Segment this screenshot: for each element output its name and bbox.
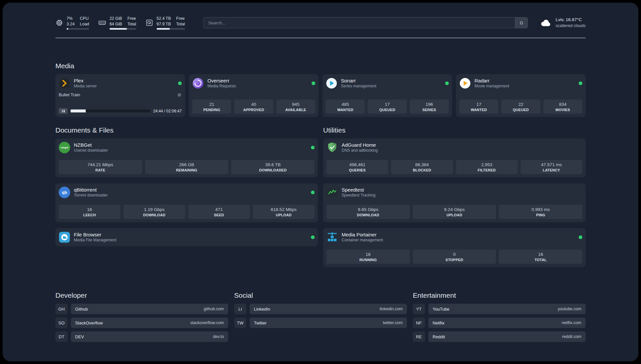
bookmark-youtube[interactable]: YT YouTube youtube.com: [413, 304, 586, 314]
bookmark-dev[interactable]: DT DEV dev.to: [55, 331, 228, 342]
bookmark-abbr: DT: [55, 331, 68, 342]
playback-progress-bar: [71, 109, 150, 112]
filebrowser-icon: [59, 231, 70, 243]
stat-download: 9.65 Gbps DOWNLOAD: [326, 205, 410, 219]
bookmark-github[interactable]: GH Github github.com: [55, 304, 228, 314]
qbittorrent-card[interactable]: qb qBittorrent Torrent downloader 16 LEE…: [55, 183, 318, 222]
weather-location: Lviv, 16.87°C: [556, 17, 586, 23]
status-dot: [579, 235, 582, 239]
developer-section: Developer GH Github github.com SO StackO…: [55, 291, 228, 342]
bookmark-stackoverflow[interactable]: SO StackOverflow stackoverflow.com: [55, 318, 228, 328]
bookmark-reddit[interactable]: RE Reddit reddit.com: [413, 331, 586, 342]
stat-upload: 618.52 Mbps UPLOAD: [253, 205, 315, 219]
bookmark-twitter[interactable]: TW Twitter twitter.com: [234, 318, 407, 328]
bookmark-abbr: LI: [234, 304, 246, 314]
nzbget-stats: 744.21 Mbps RATE 266 GB REMAINING 39.6 T…: [59, 160, 315, 174]
stat-movies: 834 MOVIES: [543, 100, 582, 114]
search-provider-button[interactable]: G: [515, 17, 528, 28]
memory-progress-bar: [109, 28, 136, 30]
memory-label: Free: [127, 16, 136, 21]
bookmark-domain: dev.to: [213, 334, 224, 339]
app-desc: Media Requests: [207, 84, 236, 89]
developer-section-title: Developer: [55, 291, 228, 299]
bookmark-abbr: GH: [55, 304, 68, 314]
cpu-progress-bar: [67, 28, 89, 30]
bookmark-domain: reddit.com: [562, 334, 581, 339]
stat-queued: 22 QUEUED: [501, 100, 540, 114]
disk-total: 97.9 TB: [157, 21, 171, 27]
bookmark-abbr: NF: [413, 318, 425, 328]
app-desc: Media File Management: [74, 238, 116, 243]
nzbget-card[interactable]: nzbget NZBGet Usenet downloader 744.21 M…: [55, 138, 318, 177]
disk-label2: Total: [176, 21, 185, 27]
bookmark-name: YouTube: [433, 307, 449, 312]
bookmark-netflix[interactable]: NF Netflix netflix.com: [413, 318, 586, 328]
sonarr-icon: [326, 77, 337, 89]
qbittorrent-icon: qb: [59, 187, 70, 198]
bookmark-name: Reddit: [433, 334, 445, 339]
utilities-section: Utilities AdGuard Home: [323, 126, 586, 267]
app-desc: DNS and adblocking: [342, 148, 378, 153]
speedtest-card[interactable]: Speedtest Speedtest Tracking 9.65 Gbps D…: [323, 183, 586, 222]
cpu-icon: [55, 19, 63, 27]
bookmark-domain: stackoverflow.com: [190, 320, 224, 325]
radarr-stats: 17 WANTED 22 QUEUED 834 MOVIES: [459, 100, 582, 114]
top-bar: 7% 3.24 CPU Load: [55, 16, 586, 30]
app-name: Speedtest: [342, 187, 376, 193]
stat-ping: 0.993 ms PING: [499, 205, 582, 219]
cpu-load-avg: 3.24: [67, 21, 75, 27]
status-dot: [312, 81, 315, 85]
app-name: NZBGet: [74, 142, 108, 148]
plex-icon: [59, 77, 70, 89]
stat-remaining: 266 GB REMAINING: [145, 160, 229, 174]
overseerr-card[interactable]: Overseerr Media Requests 21 PENDING 40 A…: [189, 74, 319, 117]
overseerr-stats: 21 PENDING 40 APPROVED 945 AVAILABLE: [192, 100, 315, 114]
app-name: qBittorrent: [74, 187, 108, 193]
bookmark-name: Twitter: [254, 320, 266, 325]
bookmark-abbr: RE: [413, 331, 425, 342]
filebrowser-card[interactable]: File Browser Media File Management: [55, 228, 318, 246]
sonarr-card[interactable]: Sonarr Series management 485 WANTED 17 Q…: [322, 74, 452, 117]
app-name: Media Portainer: [342, 231, 383, 238]
social-section: Social LI LinkedIn linkedin.com TW Twitt…: [234, 291, 407, 342]
documents-section-title: Documents & Files: [55, 126, 318, 134]
stat-queries: 498,461 QUERIES: [326, 160, 388, 174]
radarr-card[interactable]: Radarr Movie management 17 WANTED 22 QUE…: [456, 74, 586, 117]
portainer-card[interactable]: Media Portainer Container management 16 …: [323, 228, 586, 267]
gear-icon[interactable]: [177, 93, 182, 97]
status-dot: [311, 146, 315, 149]
nzbget-icon: nzbget: [59, 142, 70, 153]
adguard-card[interactable]: AdGuard Home DNS and adblocking 498,461 …: [323, 138, 586, 177]
disk-icon: [145, 19, 153, 27]
bookmark-domain: youtube.com: [558, 307, 581, 311]
stat-available: 945 AVAILABLE: [276, 100, 315, 114]
stat-series: 196 SERIES: [410, 100, 449, 114]
app-name: Sonarr: [341, 77, 376, 84]
adguard-stats: 498,461 QUERIES 86,384 BLOCKED 2,953 FIL…: [326, 160, 582, 174]
status-dot: [311, 191, 315, 194]
media-section: Media Plex Media server: [55, 62, 586, 117]
search-input[interactable]: [204, 17, 515, 28]
plex-card[interactable]: Plex Media server Bullet Train: [55, 74, 185, 117]
adguard-icon: [326, 142, 338, 153]
stat-wanted: 485 WANTED: [326, 100, 365, 114]
sonarr-stats: 485 WANTED 17 QUEUED 196 SERIES: [326, 100, 449, 114]
stat-download: 1.19 Gbps DOWNLOAD: [123, 205, 185, 219]
stat-leech: 16 LEECH: [59, 205, 120, 219]
stat-upload: 9.24 Gbps UPLOAD: [413, 205, 496, 219]
app-desc: Usenet downloader: [74, 148, 108, 153]
stat-filtered: 2,953 FILTERED: [456, 160, 518, 174]
bookmark-abbr: YT: [413, 304, 425, 314]
playback-time: 24:44 / 02:06:47: [153, 109, 182, 113]
bookmark-linkedin[interactable]: LI LinkedIn linkedin.com: [234, 304, 407, 314]
status-dot: [579, 81, 582, 85]
pause-button[interactable]: [59, 108, 68, 114]
stat-pending: 21 PENDING: [192, 100, 231, 114]
documents-section: Documents & Files nzbget NZBGet Usenet d…: [55, 126, 318, 246]
header-divider: [55, 38, 586, 38]
app-desc: Movie management: [474, 84, 509, 89]
bookmark-abbr: TW: [234, 318, 246, 328]
cpu-label: CPU: [80, 16, 89, 21]
memory-total: 64 GiB: [109, 21, 122, 27]
stat-queued: 17 QUEUED: [368, 100, 407, 114]
